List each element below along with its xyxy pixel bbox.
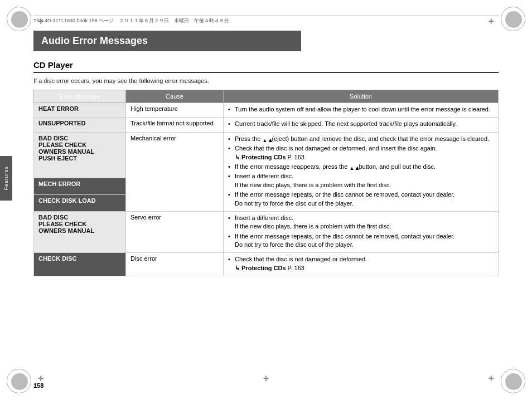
solution-item: If the error message repeats, or the dis…: [228, 232, 494, 250]
table-row: BAD DISCPLEASE CHECKOWNERS MANUALPUSH EJ…: [34, 132, 499, 178]
error-label: UNSUPPORTED: [38, 120, 85, 126]
cause-cell: High temperature: [126, 103, 224, 118]
table-row: UNSUPPORTED Track/file format not suppor…: [34, 118, 499, 132]
solution-cell: Current track/file will be skipped. The …: [224, 118, 499, 132]
inner-circle-tl: [11, 11, 28, 28]
crosshair-bm: +: [263, 373, 269, 384]
error-cell: CHECK DISC: [34, 253, 126, 276]
col-header-solution: Solution: [224, 90, 499, 103]
ref-link: ↳ Protecting CDs: [235, 154, 286, 160]
cause-cell: Mechanical error: [126, 132, 224, 211]
side-tab: Features: [0, 156, 12, 201]
solution-item: If the error message reappears, press th…: [228, 163, 494, 171]
solution-item: If the error message repeats, or the dis…: [228, 191, 494, 208]
section-heading: CD Player: [33, 60, 499, 73]
solution-item: Insert a different disc.If the new disc …: [228, 214, 494, 231]
header-text: TSX 4D-31TL1630.book 158 ページ ２０１１年６月２９日 …: [33, 18, 229, 23]
header-strip: TSX 4D-31TL1630.book 158 ページ ２０１１年６月２９日 …: [33, 16, 499, 25]
inner-circle-tr: [505, 11, 522, 28]
solution-item: Check that the disc is not damaged or de…: [228, 255, 494, 272]
intro-text: If a disc error occurs, you may see the …: [33, 77, 499, 84]
error-cell: MECH ERROR: [34, 178, 126, 194]
error-table: Error Message Cause Solution HEAT ERROR …: [33, 90, 499, 276]
error-cell: HEAT ERROR: [34, 103, 126, 118]
crosshair-br: +: [488, 373, 494, 384]
main-content: Audio Error Messages CD Player If a disc…: [33, 31, 499, 372]
error-cell: BAD DISCPLEASE CHECKOWNERS MANUAL: [34, 211, 126, 253]
side-tab-label: Features: [3, 166, 9, 191]
cause-cell: Track/file format not supported: [126, 118, 224, 132]
solution-item: Press the ▲ (eject) button and remove th…: [228, 135, 494, 143]
error-cell: BAD DISCPLEASE CHECKOWNERS MANUALPUSH EJ…: [34, 132, 126, 178]
corner-circle-bl: [7, 369, 31, 393]
table-row: BAD DISCPLEASE CHECKOWNERS MANUAL Servo …: [34, 211, 499, 253]
solution-item: Current track/file will be skipped. The …: [228, 120, 494, 128]
corner-circle-tl: [7, 7, 31, 31]
table-row: CHECK DISC Disc error Check that the dis…: [34, 253, 499, 276]
eject-icon: ▲: [263, 136, 270, 143]
error-cell: UNSUPPORTED: [34, 118, 126, 132]
corner-circle-br: [501, 369, 525, 393]
corner-circle-tr: [501, 7, 525, 31]
error-cell: CHECK DISK LOAD: [34, 194, 126, 211]
solution-item: Turn the audio system off and allow the …: [228, 105, 494, 114]
eject-icon: ▲: [349, 164, 357, 170]
page-title: Audio Error Messages: [33, 31, 301, 51]
ref-link: ↳ Protecting CDs: [235, 265, 286, 271]
error-label: BAD DISCPLEASE CHECKOWNERS MANUAL: [38, 214, 94, 234]
inner-circle-br: [505, 373, 522, 390]
inner-circle-bl: [11, 373, 28, 390]
error-label: CHECK DISC: [38, 255, 76, 262]
col-header-error: Error Message: [34, 90, 126, 103]
solution-cell: Insert a different disc.If the new disc …: [224, 211, 499, 253]
cause-cell: Disc error: [126, 253, 224, 276]
error-label: BAD DISCPLEASE CHECKOWNERS MANUALPUSH EJ…: [38, 135, 94, 162]
table-row: HEAT ERROR High temperature Turn the aud…: [34, 103, 499, 118]
solution-cell: Check that the disc is not damaged or de…: [224, 253, 499, 276]
col-header-cause: Cause: [126, 90, 224, 103]
solution-item: Check that the disc is not damaged or de…: [228, 144, 494, 162]
error-label: MECH ERROR: [38, 181, 80, 187]
page-number: 158: [33, 382, 43, 389]
solution-cell: Press the ▲ (eject) button and remove th…: [224, 132, 499, 211]
error-label: CHECK DISK LOAD: [38, 197, 96, 204]
solution-item: Insert a different disc.If the new disc …: [228, 172, 494, 189]
cause-cell: Servo error: [126, 211, 224, 253]
solution-cell: Turn the audio system off and allow the …: [224, 103, 499, 118]
error-label: HEAT ERROR: [38, 105, 79, 112]
